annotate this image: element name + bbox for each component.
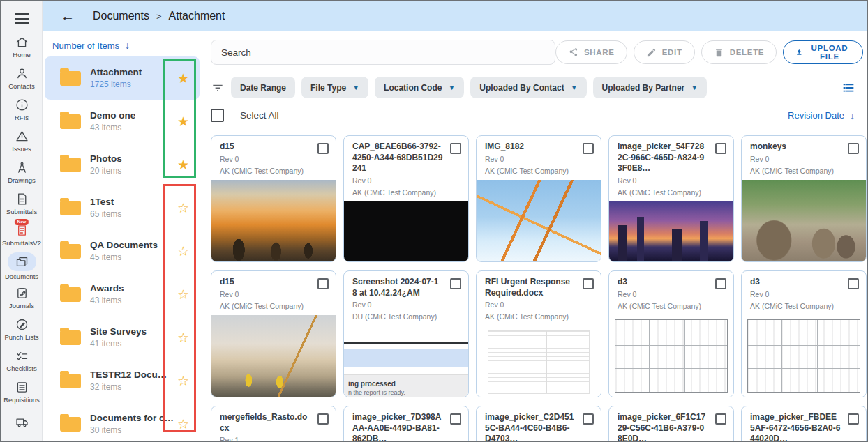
breadcrumb-section[interactable]: Documents (93, 10, 149, 22)
folder-name: Site Surveys (90, 326, 147, 337)
star-icon[interactable] (177, 245, 189, 258)
sidebar-item-label: Issues (12, 145, 31, 153)
share-button[interactable]: SHARE (555, 40, 627, 64)
select-all-checkbox[interactable] (211, 109, 224, 122)
document-card[interactable]: image_picker_7D398AAA-AA0E-449D-BA81-862… (343, 406, 469, 441)
sidebar-item-rfis[interactable]: RFIs (1, 93, 42, 125)
folder-row[interactable]: Documents for c… 30 items (45, 402, 200, 442)
breadcrumb-current: Attachment (169, 10, 225, 22)
folder-list: Attachment 1725 items Demo one 43 items (43, 56, 202, 442)
document-checkbox[interactable] (583, 278, 594, 289)
folder-row[interactable]: TESTR12 Docu… 32 items (45, 359, 200, 402)
folder-row[interactable]: Demo one 43 items (45, 100, 200, 143)
folder-icon (60, 158, 81, 172)
sidebar-item-label: RFIs (15, 114, 29, 121)
search-input[interactable] (211, 40, 555, 65)
star-icon[interactable] (177, 331, 189, 344)
list-view-icon[interactable] (841, 80, 856, 96)
sidebar-item-contacts[interactable]: Contacts (1, 62, 42, 93)
sidebar-item-home[interactable]: Home (1, 31, 42, 62)
folder-name: Awards (90, 283, 124, 294)
folders-icon (8, 252, 36, 271)
filter-icon[interactable] (211, 81, 225, 95)
document-checkbox[interactable] (317, 278, 329, 289)
document-card[interactable]: CAP_8EAE6B66-3792-4250-A344-68DB51D29241… (343, 135, 469, 262)
document-checkbox[interactable] (317, 143, 329, 154)
document-card[interactable]: RFI Urgent Response Required.docx Rev 0 … (476, 270, 601, 397)
filter-chip[interactable]: Location Code ▼ (375, 77, 464, 98)
filter-chip[interactable]: Uploaded By Partner ▼ (593, 77, 708, 98)
folder-row[interactable]: Awards 43 items (45, 273, 200, 316)
document-card[interactable]: d3 Rev 0 AK (CMiC Test Company) (741, 270, 867, 397)
back-arrow-icon[interactable]: ← (61, 9, 75, 23)
document-card[interactable]: image_picker_FBDEE5AF-6472-4656-B2A0-644… (741, 406, 867, 441)
compass-icon (15, 160, 29, 175)
sidebar-item-punch-lists[interactable]: Punch Lists (1, 313, 42, 344)
star-icon[interactable] (177, 201, 189, 215)
revision-date-sort[interactable]: Revision Date ↓ (788, 110, 855, 121)
document-revision: Rev 1 (220, 435, 329, 441)
document-owner: AK (CMiC Test Company) (618, 301, 726, 312)
document-checkbox[interactable] (848, 143, 859, 154)
folder-row[interactable]: Photos 20 items (45, 143, 200, 186)
document-card[interactable]: d15 Rev 0 AK (CMiC Test Company) (211, 270, 336, 397)
sidebar-item-documents[interactable]: Documents (1, 250, 42, 282)
filter-chip[interactable]: Uploaded By Contact ▼ (470, 77, 586, 98)
filter-chip[interactable]: Date Range (231, 77, 295, 98)
hamburger-menu-icon[interactable] (1, 7, 42, 31)
edit-button[interactable]: EDIT (634, 40, 695, 64)
sidebar-item-requisitions[interactable]: Requisitions (1, 376, 42, 407)
document-checkbox[interactable] (715, 413, 726, 425)
screenshot-divider (344, 342, 468, 344)
star-icon[interactable] (177, 115, 189, 128)
document-card[interactable]: image_picker_54F7282C-966C-465D-A824-93F… (608, 135, 734, 262)
star-icon[interactable] (177, 374, 189, 388)
document-card[interactable]: image_picker_6F1C1729-C56C-41B6-A379-08E… (608, 406, 734, 441)
document-title: image_picker_C2D4515C-BA44-4C60-B4B6-D47… (485, 412, 594, 441)
star-icon[interactable] (177, 288, 189, 301)
document-card[interactable]: mergefields_Rasto.docx Rev 1 AK (CMiC Te… (211, 406, 336, 441)
select-all-label: Select All (240, 110, 279, 121)
delete-button[interactable]: DELETE (701, 40, 777, 64)
star-icon[interactable] (177, 418, 189, 431)
document-revision: Rev 0 (352, 176, 461, 186)
document-card[interactable]: d3 Rev 0 AK (CMiC Test Company) (608, 270, 734, 397)
document-title: d3 (618, 277, 726, 288)
document-checkbox[interactable] (583, 143, 594, 154)
document-checkbox[interactable] (848, 413, 859, 425)
sidebar-item-drawings[interactable]: Drawings (1, 156, 42, 188)
sidebar-item-deliveries[interactable] (1, 407, 42, 439)
folder-item-count: 1725 items (90, 79, 142, 89)
document-checkbox[interactable] (450, 413, 461, 425)
document-icon (15, 192, 29, 206)
star-icon[interactable] (177, 158, 189, 172)
folder-row[interactable]: Attachment 1725 items (45, 56, 200, 100)
document-checkbox[interactable] (583, 413, 594, 425)
document-card[interactable]: monkeys Rev 0 AK (CMiC Test Company) (741, 135, 867, 262)
document-grid: d15 Rev 0 AK (CMiC Test Company) (211, 135, 863, 441)
sidebar-item-submittalsv2[interactable]: New SubmittalsV2 (1, 219, 42, 250)
document-card[interactable]: IMG_8182 Rev 0 AK (CMiC Test Company) (476, 135, 601, 262)
document-title: monkeys (750, 142, 859, 153)
folder-row[interactable]: 1Test 65 items (45, 186, 200, 229)
sidebar-item-submittals[interactable]: Submittals (1, 188, 42, 219)
document-card[interactable]: d15 Rev 0 AK (CMiC Test Company) (211, 135, 336, 262)
folder-row[interactable]: Site Surveys 41 items (45, 316, 200, 359)
document-checkbox[interactable] (848, 278, 859, 289)
filter-chip[interactable]: File Type ▼ (301, 77, 368, 98)
sidebar-item-checklists[interactable]: Checklists (1, 344, 42, 376)
folder-sort-control[interactable]: Number of Items ↓ (43, 33, 202, 56)
sidebar-item-journals[interactable]: Journals (1, 282, 42, 313)
sidebar-item-label: Documents (5, 273, 38, 280)
document-card[interactable]: Screenshot 2024-07-18 at 10.42.24¿AM Rev… (343, 270, 469, 397)
document-card[interactable]: image_picker_C2D4515C-BA44-4C60-B4B6-D47… (476, 406, 601, 441)
document-checkbox[interactable] (450, 143, 461, 154)
document-checkbox[interactable] (715, 143, 726, 154)
document-checkbox[interactable] (317, 413, 329, 425)
star-icon[interactable] (177, 72, 189, 85)
sidebar-item-issues[interactable]: Issues (1, 125, 42, 156)
document-checkbox[interactable] (450, 278, 461, 289)
upload-file-button[interactable]: UPLOAD FILE (783, 40, 863, 64)
document-checkbox[interactable] (715, 278, 726, 289)
folder-row[interactable]: QA Documents 45 items (45, 229, 200, 273)
